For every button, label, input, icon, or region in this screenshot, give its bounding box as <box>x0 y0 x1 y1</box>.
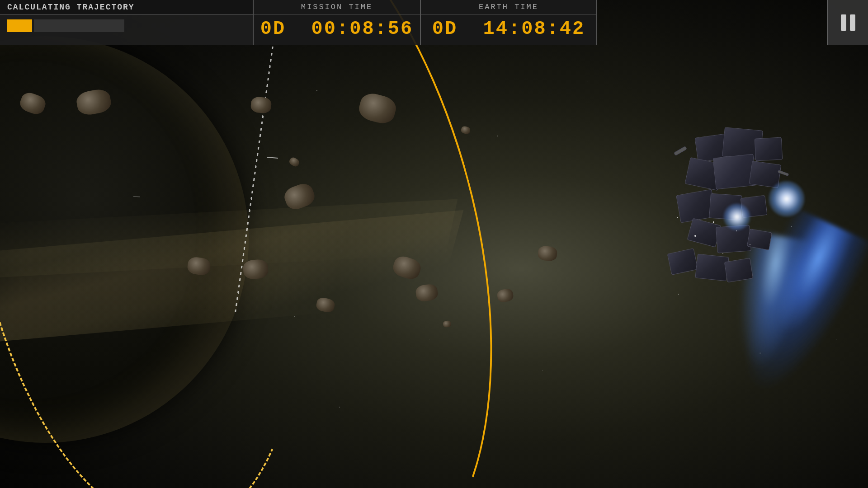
asteroid <box>460 126 471 135</box>
hud-top-bar: CALCULATING TRAJECTORY MISSION TIME 0D 0… <box>0 0 868 45</box>
earth-time-value: 0D 14:08:42 <box>432 14 585 43</box>
asteroid <box>250 96 272 114</box>
asteroid <box>537 245 557 262</box>
engine-core-1 <box>769 181 805 217</box>
pause-bar-right <box>850 14 855 31</box>
earth-time-days: 0D <box>432 18 458 40</box>
earth-time-clock: 14:08:42 <box>483 18 585 40</box>
pause-bar-left <box>841 14 846 31</box>
mission-time-panel: MISSION TIME 0D 00:08:56 <box>253 0 420 45</box>
mission-time-label: MISSION TIME <box>254 0 420 14</box>
asteroid <box>496 288 514 304</box>
pause-icon <box>841 14 855 31</box>
progress-bar-filled <box>7 19 32 32</box>
progress-bar-empty <box>34 19 124 32</box>
status-label: CALCULATING TRAJECTORY <box>0 0 253 15</box>
earth-time-label: EARTH TIME <box>421 0 596 14</box>
mission-time-days: 0D <box>260 18 286 40</box>
engine-core-2 <box>723 203 750 230</box>
mission-time-value: 0D 00:08:56 <box>260 14 413 43</box>
status-panel: CALCULATING TRAJECTORY <box>0 0 253 45</box>
pause-button[interactable] <box>827 0 868 45</box>
mission-time-clock: 00:08:56 <box>311 18 414 40</box>
progress-bar-container <box>0 15 253 37</box>
space-background <box>0 0 868 488</box>
hud-spacer <box>597 0 827 45</box>
earth-time-panel: EARTH TIME 0D 14:08:42 <box>420 0 597 45</box>
